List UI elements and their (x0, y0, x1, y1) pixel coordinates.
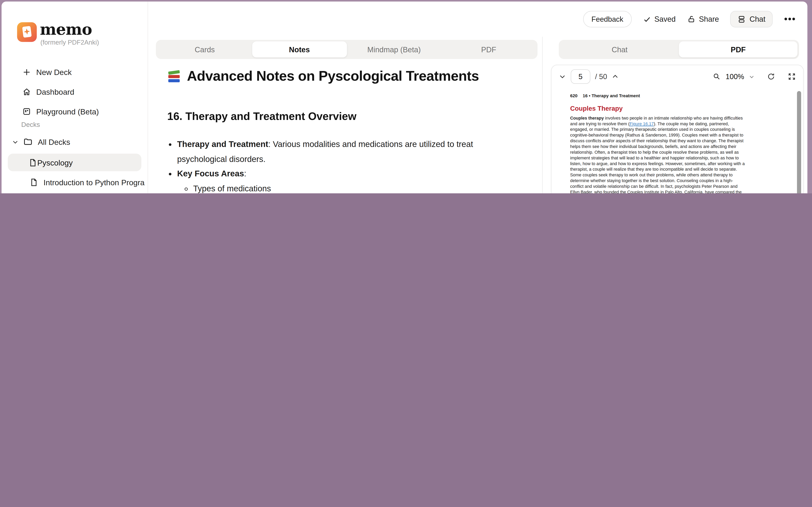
share-label: Share (699, 15, 719, 23)
file-icon (29, 158, 37, 167)
zoom-search-icon[interactable] (713, 72, 721, 81)
pdf-toolbar: / 50 100% (552, 65, 803, 88)
books-icon (167, 70, 181, 82)
chat-toggle-button[interactable]: Chat (730, 11, 773, 27)
app-window-frame: memo (formerly PDF2Anki) New Deck Dashbo… (0, 0, 812, 193)
deck-label: Pyscology (37, 158, 73, 167)
sidebar-item-label: Playground (Beta) (36, 107, 99, 116)
sidebar-item-label: Dashboard (36, 87, 74, 96)
pdf-page-number: 620 (570, 93, 577, 98)
tab-pdf-viewer[interactable]: PDF (679, 42, 798, 57)
notes-editor-panel: Cards Notes Mindmap (Beta) PDF Advanced … (148, 2, 539, 193)
sidebar-item-dashboard[interactable]: Dashboard (2, 84, 148, 100)
playground-icon (21, 107, 32, 116)
plus-icon (21, 67, 32, 76)
feedback-button[interactable]: Feedback (583, 11, 631, 27)
bullet-list[interactable]: Therapy and Treatment: Various modalitie… (167, 137, 478, 193)
unlock-icon (687, 15, 695, 23)
sidebar-item-intro-python[interactable]: Introduction to Python Progra... (2, 174, 148, 190)
top-toolbar: Feedback Saved Share Chat ••• (583, 10, 796, 29)
right-tab-bar: Chat PDF (559, 40, 799, 59)
pdf-scrollbar[interactable] (797, 91, 801, 193)
panel-icon (738, 15, 746, 23)
list-item[interactable]: Types of medications (193, 181, 478, 193)
figure-link[interactable]: Figure 16.17 (629, 121, 654, 126)
sidebar-item-playground[interactable]: Playground (Beta) (2, 103, 148, 119)
tab-pdf[interactable]: PDF (441, 42, 536, 57)
check-icon (643, 15, 651, 23)
saved-label: Saved (654, 15, 676, 23)
brand-subtitle: (formerly PDF2Anki) (41, 39, 99, 46)
right-panel: Chat PDF / 50 100% 620 16 (551, 2, 807, 193)
memo-logo-icon[interactable] (17, 22, 37, 42)
saved-indicator: Saved (643, 15, 676, 23)
brand-name: memo (40, 20, 92, 38)
pdf-chapter-title: 16 • Therapy and Treatment (583, 93, 640, 98)
chevron-down-icon (12, 138, 18, 145)
deck-label: Introduction to Python Progra... (43, 178, 145, 187)
page-number-input[interactable] (571, 69, 591, 83)
folder-icon (23, 137, 33, 147)
deck-folder-label: All Decks (38, 137, 70, 146)
tab-mindmap[interactable]: Mindmap (Beta) (347, 42, 441, 57)
tab-cards[interactable]: Cards (157, 42, 252, 57)
bullet-lead: Key Focus Areas (177, 169, 244, 178)
zoom-caret-icon[interactable] (749, 74, 755, 79)
sidebar-item-all-decks[interactable]: All Decks (2, 134, 148, 150)
pdf-viewer-card: / 50 100% 620 16 • Therapy and Treatment… (551, 65, 804, 193)
chat-label: Chat (750, 15, 765, 23)
tab-chat[interactable]: Chat (560, 42, 679, 57)
decks-section-label: Decks (21, 120, 40, 128)
page-total-label: / 50 (595, 72, 607, 81)
pdf-bold-lead: Couples therapy (570, 115, 604, 120)
home-icon (21, 87, 32, 96)
share-button[interactable]: Share (687, 15, 719, 23)
bullet-rest: : (244, 169, 246, 178)
sidebar: memo (formerly PDF2Anki) New Deck Dashbo… (2, 2, 148, 193)
refresh-icon[interactable] (767, 72, 775, 81)
bullet-lead: Therapy and Treatment (177, 140, 268, 149)
page-down-button[interactable] (559, 73, 566, 80)
pdf-text: ). The couple may be dating, partnered, … (570, 121, 745, 193)
page-title[interactable]: Advanced Notes on Pyscological Treatment… (167, 68, 479, 84)
list-item[interactable]: Key Focus Areas: Types of medications Tr… (177, 167, 478, 193)
pdf-page: 620 16 • Therapy and Treatment Couples T… (570, 93, 746, 193)
tab-notes[interactable]: Notes (252, 42, 347, 57)
main-tab-bar: Cards Notes Mindmap (Beta) PDF (156, 40, 538, 59)
page-up-button[interactable] (612, 73, 619, 80)
page-title-text: Advanced Notes on Pyscological Treatment… (187, 68, 479, 84)
app-window: memo (formerly PDF2Anki) New Deck Dashbo… (2, 2, 807, 193)
file-icon (29, 178, 39, 187)
sidebar-item-label: New Deck (36, 67, 72, 76)
pdf-heading-couples-therapy: Couples Therapy (570, 105, 746, 112)
fullscreen-icon[interactable] (788, 72, 796, 81)
sidebar-item-pyscology[interactable]: Pyscology (8, 154, 141, 171)
sidebar-item-new-deck[interactable]: New Deck (2, 64, 148, 80)
section-heading[interactable]: 16. Therapy and Treatment Overview (167, 110, 356, 123)
more-options-icon[interactable]: ••• (784, 13, 796, 25)
pdf-paragraph: Couples therapy involves two people in a… (570, 115, 746, 193)
pdf-running-header: 620 16 • Therapy and Treatment (570, 93, 746, 98)
zoom-level-value[interactable]: 100% (726, 72, 744, 81)
panel-divider (542, 37, 543, 193)
list-item[interactable]: Therapy and Treatment: Various modalitie… (177, 137, 478, 167)
